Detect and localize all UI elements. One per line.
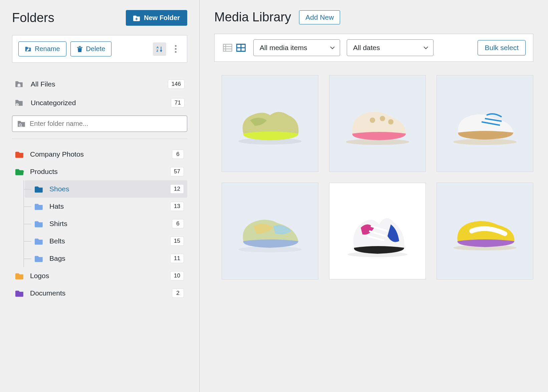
add-new-button[interactable]: Add New xyxy=(299,10,340,24)
grid-view-button[interactable] xyxy=(235,42,247,53)
folder-icon xyxy=(35,203,44,210)
rename-label: Rename xyxy=(35,45,60,53)
svg-rect-8 xyxy=(223,44,232,51)
delete-label: Delete xyxy=(86,45,105,53)
folder-label: Documents xyxy=(30,289,167,297)
folder-count: 11 xyxy=(170,254,184,263)
bulk-select-button[interactable]: Bulk select xyxy=(478,40,526,55)
folder-item[interactable]: Hats 13 xyxy=(25,198,187,215)
divider xyxy=(12,139,187,139)
folder-item[interactable]: Shirts 6 xyxy=(25,215,187,232)
media-library-main: Media Library Add New All media items Al… xyxy=(200,0,548,392)
media-thumbnail[interactable] xyxy=(437,183,533,279)
svg-point-18 xyxy=(380,116,385,121)
folder-item[interactable]: Documents 2 xyxy=(12,284,187,302)
folder-count: 57 xyxy=(170,167,184,176)
search-folder-icon xyxy=(17,120,26,128)
folder-search-input[interactable] xyxy=(30,120,182,128)
trash-icon xyxy=(77,46,83,52)
all-files-count: 146 xyxy=(168,79,185,89)
home-folder-icon xyxy=(15,80,25,88)
folder-item[interactable]: Products 57 xyxy=(12,163,187,180)
folder-label: Shirts xyxy=(49,220,167,228)
folder-item[interactable]: Belts 15 xyxy=(25,232,187,250)
media-thumbnail[interactable] xyxy=(222,75,318,172)
list-view-button[interactable] xyxy=(222,42,233,53)
media-thumbnail[interactable] xyxy=(329,75,426,172)
folder-icon xyxy=(15,289,25,297)
sort-az-icon: AZ xyxy=(156,45,163,53)
chevron-down-icon xyxy=(330,46,335,50)
chevron-down-icon xyxy=(423,46,429,50)
folder-plus-icon xyxy=(133,15,141,21)
folder-count: 6 xyxy=(172,150,184,159)
folder-count: 2 xyxy=(172,288,184,298)
folder-icon xyxy=(35,220,44,227)
pencil-icon xyxy=(25,46,31,52)
folders-title: Folders xyxy=(12,11,54,25)
media-library-title: Media Library xyxy=(214,10,291,24)
date-filter-value: All dates xyxy=(353,44,380,51)
folder-label: Shoes xyxy=(49,185,165,193)
all-files-item[interactable]: All Files 146 xyxy=(12,75,187,93)
date-filter[interactable]: All dates xyxy=(347,39,434,56)
folders-sidebar: Folders New Folder Rename Delete AZ xyxy=(0,0,200,392)
svg-point-20 xyxy=(453,139,517,145)
folder-item[interactable]: Shoes 12 xyxy=(25,180,187,198)
folder-count: 15 xyxy=(170,236,184,246)
uncategorized-item[interactable]: Uncategorized 71 xyxy=(12,93,187,112)
svg-text:Z: Z xyxy=(157,49,159,52)
folder-search[interactable] xyxy=(12,116,187,132)
folder-item[interactable]: Bags 11 xyxy=(25,250,187,267)
folder-icon xyxy=(15,151,25,158)
media-thumbnail[interactable] xyxy=(222,183,318,279)
folder-label: Bags xyxy=(49,254,165,262)
folder-label: Logos xyxy=(30,272,165,280)
folder-count: 13 xyxy=(170,202,184,211)
uncategorized-count: 71 xyxy=(171,98,185,108)
new-folder-label: New Folder xyxy=(144,14,180,22)
delete-button[interactable]: Delete xyxy=(70,41,112,56)
folder-label: Products xyxy=(30,168,165,176)
folder-count: 6 xyxy=(172,219,184,228)
folder-count: 12 xyxy=(170,184,184,194)
folder-icon xyxy=(35,185,44,193)
svg-rect-6 xyxy=(17,105,18,106)
folder-label: Hats xyxy=(49,202,165,210)
new-folder-button[interactable]: New Folder xyxy=(126,10,187,26)
media-thumbnail[interactable] xyxy=(329,183,426,279)
folder-toolbar: Rename Delete AZ xyxy=(12,35,187,63)
svg-point-17 xyxy=(370,118,375,123)
folder-label: Company Photos xyxy=(30,150,167,158)
media-type-filter[interactable]: All media items xyxy=(253,39,340,56)
filter-bar: All media items All dates Bulk select xyxy=(214,34,533,62)
folder-count: 10 xyxy=(170,271,184,280)
folder-item[interactable]: Logos 10 xyxy=(12,267,187,284)
folder-item[interactable]: Company Photos 6 xyxy=(12,146,187,163)
sort-az-button[interactable]: AZ xyxy=(153,42,166,56)
folder-icon xyxy=(35,237,44,245)
more-options-button[interactable] xyxy=(170,42,181,56)
folder-alert-icon xyxy=(15,99,25,107)
folder-label: Belts xyxy=(49,237,165,245)
media-grid xyxy=(214,75,533,279)
folder-icon xyxy=(15,168,25,175)
rename-button[interactable]: Rename xyxy=(18,41,66,56)
folder-icon xyxy=(35,255,44,262)
svg-text:A: A xyxy=(157,46,159,49)
media-type-value: All media items xyxy=(260,44,307,51)
svg-rect-1 xyxy=(135,18,138,19)
media-thumbnail[interactable] xyxy=(437,75,533,172)
uncategorized-label: Uncategorized xyxy=(31,99,165,107)
folder-icon xyxy=(15,272,25,279)
all-files-label: All Files xyxy=(31,80,162,88)
svg-point-19 xyxy=(388,119,393,125)
svg-rect-5 xyxy=(17,104,18,105)
